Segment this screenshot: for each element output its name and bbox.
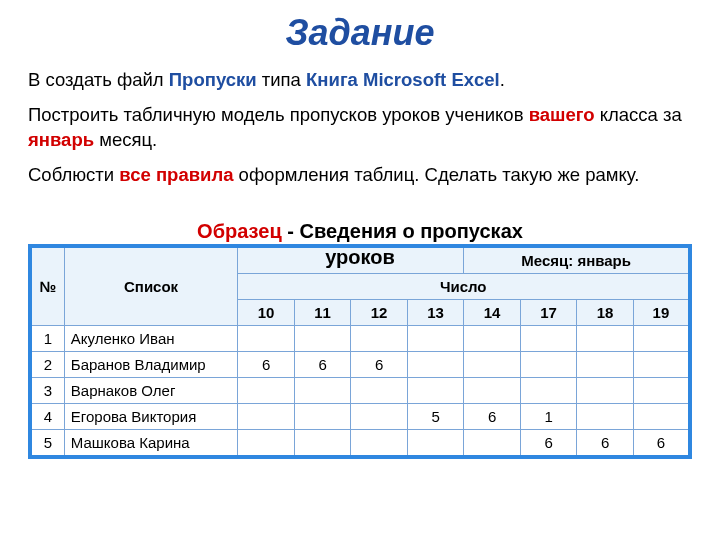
cell [633, 377, 690, 403]
text: Соблюсти [28, 164, 119, 185]
day-header: 17 [520, 299, 577, 325]
text: класса за [595, 104, 682, 125]
cell [238, 377, 295, 403]
col-header-number: № [30, 246, 64, 326]
row-number: 2 [30, 351, 64, 377]
text: типа [257, 69, 306, 90]
caption-line1: Сведения о пропусках [299, 220, 522, 242]
cell: 1 [520, 403, 577, 429]
table-body: 1 Акуленко Иван 2 Баранов Владимир 6 6 [30, 325, 690, 457]
row-number: 1 [30, 325, 64, 351]
cell [294, 325, 351, 351]
student-name: Машкова Карина [64, 429, 238, 457]
cell: 5 [407, 403, 464, 429]
cell: 6 [520, 429, 577, 457]
cell [633, 351, 690, 377]
cell [520, 377, 577, 403]
cell [577, 377, 634, 403]
cell [238, 429, 295, 457]
table-row: 4 Егорова Виктория 5 6 1 [30, 403, 690, 429]
cell [407, 429, 464, 457]
paragraph-3: Соблюсти все правила оформления таблиц. … [28, 163, 692, 188]
day-header: 12 [351, 299, 408, 325]
text: . [500, 69, 505, 90]
text: В создать файл [28, 69, 169, 90]
cell [577, 403, 634, 429]
cell [577, 325, 634, 351]
text: Построить табличную модель пропусков уро… [28, 104, 529, 125]
student-name: Варнаков Олег [64, 377, 238, 403]
text: месяц. [94, 129, 157, 150]
cell [294, 429, 351, 457]
cell [633, 325, 690, 351]
cell [351, 403, 408, 429]
cell [351, 377, 408, 403]
row-number: 5 [30, 429, 64, 457]
cell [577, 351, 634, 377]
cell: 6 [351, 351, 408, 377]
cell: 6 [577, 429, 634, 457]
cell: 6 [294, 351, 351, 377]
cell [407, 351, 464, 377]
cell [520, 325, 577, 351]
col-header-chislo: Число [238, 273, 690, 299]
bold-month: январь [28, 129, 94, 150]
day-header: 14 [464, 299, 521, 325]
paragraph-1: В создать файл Пропуски типа Книга Micro… [28, 68, 692, 93]
bold-filename: Пропуски [169, 69, 257, 90]
row-number: 4 [30, 403, 64, 429]
day-header: 19 [633, 299, 690, 325]
cell [520, 351, 577, 377]
day-header: 13 [407, 299, 464, 325]
cell: 6 [464, 403, 521, 429]
table-row: 2 Баранов Владимир 6 6 6 [30, 351, 690, 377]
cell [464, 377, 521, 403]
day-header: 11 [294, 299, 351, 325]
cell [464, 429, 521, 457]
sample-table-wrap: № Список Месяц: январь Число 10 11 12 13… [28, 244, 692, 459]
cell [407, 377, 464, 403]
text: оформления таблиц. Сделать такую же рамк… [233, 164, 639, 185]
table-row: 5 Машкова Карина 6 6 6 [30, 429, 690, 457]
cell [351, 325, 408, 351]
caption-red: Образец [197, 220, 282, 242]
student-name: Баранов Владимир [64, 351, 238, 377]
cell: 6 [633, 429, 690, 457]
student-name: Егорова Виктория [64, 403, 238, 429]
day-header: 10 [238, 299, 295, 325]
day-header: 18 [577, 299, 634, 325]
table-row: 1 Акуленко Иван [30, 325, 690, 351]
table-row: 3 Варнаков Олег [30, 377, 690, 403]
month-label: Месяц: январь [464, 246, 690, 274]
student-name: Акуленко Иван [64, 325, 238, 351]
bold-rules: все правила [119, 164, 233, 185]
paragraph-2: Построить табличную модель пропусков уро… [28, 103, 692, 153]
cell [633, 403, 690, 429]
cell [407, 325, 464, 351]
cell [294, 377, 351, 403]
cell [238, 325, 295, 351]
cell [464, 351, 521, 377]
cell [294, 403, 351, 429]
cell [464, 325, 521, 351]
page-title: Задание [28, 12, 692, 54]
bold-your: вашего [529, 104, 595, 125]
cell: 6 [238, 351, 295, 377]
col-header-list: Список [64, 246, 238, 326]
bold-filetype: Книга Microsoft Excel [306, 69, 500, 90]
cell [351, 429, 408, 457]
absences-table: № Список Месяц: январь Число 10 11 12 13… [28, 244, 692, 459]
row-number: 3 [30, 377, 64, 403]
caption-dash: - [282, 220, 300, 242]
cell [238, 403, 295, 429]
caption-line2: уроков [325, 246, 395, 268]
